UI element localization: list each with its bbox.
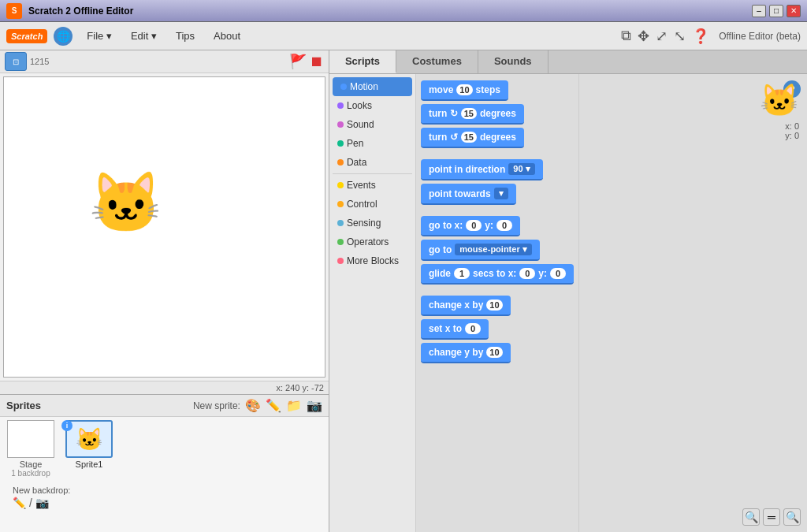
grow-icon[interactable]: ⤢ — [656, 28, 668, 45]
block-point-direction[interactable]: point in direction 90 ▾ — [421, 159, 543, 180]
operators-label: Operators — [347, 236, 389, 247]
minimize-button[interactable]: – — [752, 5, 766, 17]
language-button[interactable]: 🌐 — [54, 27, 73, 46]
block-turn-ccw[interactable]: turn ↺ 15 degrees — [421, 128, 524, 148]
green-flag-button[interactable]: 🚩 — [289, 53, 307, 70]
category-pen[interactable]: Pen — [329, 134, 415, 153]
stage-sub-label: 1 backdrop — [11, 469, 50, 478]
shrink-sprite-button[interactable]: ⊡ — [5, 52, 27, 71]
go-to-y-input[interactable]: 0 — [496, 220, 512, 231]
paint-backdrop-icon[interactable]: ✏️ — [13, 497, 26, 509]
category-more-blocks[interactable]: More Blocks — [329, 251, 415, 270]
motion-dot — [340, 84, 347, 90]
change-y-text: change y by — [429, 347, 483, 358]
paint-new-sprite-icon[interactable]: 🎨 — [245, 398, 261, 413]
app-icon: S — [6, 3, 22, 19]
sprite1-label: Sprite1 — [76, 459, 103, 469]
sprite-info-button[interactable]: i — [61, 420, 73, 431]
more-blocks-dot — [337, 258, 344, 264]
block-change-y[interactable]: change y by 10 — [421, 343, 511, 363]
coord-bar: x: 240 y: -72 — [0, 381, 329, 394]
towards-dropdown[interactable]: ▾ — [494, 188, 508, 199]
block-turn-cw[interactable]: turn ↻ 15 degrees — [421, 104, 524, 125]
glide-secs-input[interactable]: 1 — [454, 268, 470, 279]
block-change-x[interactable]: change x by 10 — [421, 296, 511, 316]
cat-preview-sprite: 🐱 — [760, 82, 799, 119]
block-go-to[interactable]: go to mouse-pointer ▾ — [421, 240, 540, 261]
change-x-input[interactable]: 10 — [486, 299, 502, 311]
stage-canvas[interactable]: 🐱 — [3, 76, 325, 378]
block-move-steps[interactable]: move 10 steps — [421, 80, 508, 101]
upload-sprite-icon[interactable]: 📁 — [286, 398, 302, 413]
set-x-input[interactable]: 0 — [465, 323, 481, 334]
sprites-panel: Sprites New sprite: 🎨 ✏️ 📁 📷 Stage 1 bac… — [0, 394, 329, 532]
cursor-icon[interactable]: ✥ — [638, 28, 649, 45]
operators-dot — [337, 239, 344, 245]
turn-ccw-input[interactable]: 15 — [461, 132, 477, 143]
category-sound[interactable]: Sound — [329, 115, 415, 134]
sprite-count: 1215 — [30, 57, 49, 66]
sprite-coord-info: x: 0 y: 0 — [785, 121, 799, 140]
zoom-out-button[interactable]: 🔍 — [742, 508, 760, 526]
sensing-label: Sensing — [347, 218, 381, 229]
tab-costumes[interactable]: Costumes — [396, 50, 478, 73]
block-set-x[interactable]: set x to 0 — [421, 319, 489, 340]
file-menu[interactable]: File ▾ — [79, 27, 120, 45]
new-backdrop-area: New backdrop: ✏️ / 📷 — [0, 481, 329, 511]
degrees-ccw-text: degrees — [480, 132, 516, 143]
help-icon[interactable]: ❓ — [692, 28, 709, 45]
folder-backdrop-icon[interactable]: / — [29, 497, 32, 509]
sprite1-image: 🐱 — [65, 420, 113, 458]
camera-sprite-icon[interactable]: 📷 — [307, 398, 322, 413]
move-steps-input[interactable]: 10 — [456, 84, 472, 95]
turn-cw-text: turn ↻ — [429, 108, 458, 119]
category-operators[interactable]: Operators — [329, 233, 415, 251]
tips-menu[interactable]: Tips — [168, 27, 203, 45]
direction-dropdown[interactable]: 90 ▾ — [508, 163, 534, 175]
blocks-area: Motion Looks Sound Pen Data — [329, 74, 807, 532]
block-glide[interactable]: glide 1 secs to x: 0 y: 0 — [421, 264, 574, 285]
zoom-controls: 🔍 ═ 🔍 — [742, 508, 801, 526]
camera-backdrop-icon[interactable]: 📷 — [35, 497, 49, 509]
go-to-x-input[interactable]: 0 — [466, 220, 482, 231]
maximize-button[interactable]: □ — [769, 5, 783, 17]
control-label: Control — [347, 199, 377, 210]
zoom-in-button[interactable]: 🔍 — [783, 508, 801, 526]
category-data[interactable]: Data — [329, 153, 415, 172]
change-y-input[interactable]: 10 — [486, 347, 502, 358]
about-menu[interactable]: About — [206, 27, 248, 45]
tab-scripts[interactable]: Scripts — [329, 50, 396, 73]
script-area[interactable]: ? 🐱 x: 0 y: 0 🔍 ═ 🔍 — [578, 74, 807, 532]
category-motion[interactable]: Motion — [333, 77, 412, 96]
stage-label: Stage — [20, 459, 43, 469]
block-point-towards[interactable]: point towards ▾ — [421, 184, 516, 205]
glide-x-input[interactable]: 0 — [519, 268, 535, 279]
category-looks[interactable]: Looks — [329, 96, 415, 115]
go-to-dropdown[interactable]: mouse-pointer ▾ — [455, 244, 531, 255]
window-controls: – □ ✕ — [752, 5, 801, 17]
new-backdrop-label: New backdrop: — [6, 485, 322, 495]
stop-button[interactable]: ⏹ — [310, 54, 324, 70]
move-text: move — [429, 84, 453, 95]
stage-thumb-image — [7, 420, 54, 458]
tab-sounds[interactable]: Sounds — [478, 50, 549, 73]
glide-y-input[interactable]: 0 — [550, 268, 566, 279]
sprite1-thumbnail[interactable]: i 🐱 Sprite1 — [61, 420, 117, 478]
block-go-to-xy[interactable]: go to x: 0 y: 0 — [421, 216, 520, 236]
sprite-y-coord: y: 0 — [785, 131, 799, 140]
category-events[interactable]: Events — [329, 176, 415, 195]
close-button[interactable]: ✕ — [787, 5, 801, 17]
data-dot — [337, 159, 344, 166]
stage-thumbnail[interactable]: Stage 1 backdrop — [3, 420, 58, 478]
category-control[interactable]: Control — [329, 195, 415, 214]
edit-menu[interactable]: Edit ▾ — [123, 27, 165, 45]
zoom-reset-button[interactable]: ═ — [763, 508, 780, 526]
duplicate-icon[interactable]: ⧉ — [621, 28, 631, 44]
point-direction-text: point in direction — [429, 164, 505, 175]
scratch-logo: Scratch — [6, 29, 47, 43]
turn-cw-input[interactable]: 15 — [461, 108, 477, 119]
shrink-icon[interactable]: ⤡ — [674, 28, 686, 45]
data-label: Data — [347, 157, 366, 168]
category-sensing[interactable]: Sensing — [329, 214, 415, 233]
draw-new-sprite-icon[interactable]: ✏️ — [266, 398, 281, 413]
